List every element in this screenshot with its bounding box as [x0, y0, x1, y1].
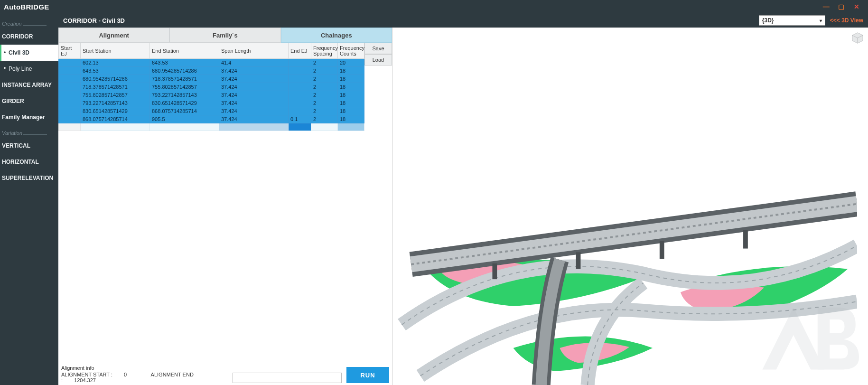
cell-start-station[interactable]: 718.378571428571: [81, 83, 150, 91]
tab-familys[interactable]: Family´s: [169, 28, 280, 43]
maximize-button[interactable]: ▢: [834, 1, 849, 12]
tab-alignment[interactable]: Alignment: [58, 28, 169, 43]
cell-start-station[interactable]: 793.227142857143: [81, 99, 150, 107]
cell-end-ej[interactable]: [289, 107, 311, 115]
sidebar-item-family-manager[interactable]: Family Manager: [0, 109, 58, 125]
tab-chainages[interactable]: Chainages: [281, 28, 392, 43]
cell-span-length[interactable]: 37.424: [219, 91, 289, 99]
cell-span-length[interactable]: 37.424: [219, 83, 289, 91]
cell-span-length[interactable]: 37.424: [219, 99, 289, 107]
cell-start-station[interactable]: 755.802857142857: [81, 91, 150, 99]
cell-freq-counts[interactable]: 18: [338, 99, 364, 107]
cell-end-station[interactable]: 868.075714285714: [150, 107, 219, 115]
cell-start-ej[interactable]: [59, 83, 81, 91]
close-button[interactable]: ✕: [849, 1, 864, 12]
col-start-ej[interactable]: Start EJ: [59, 43, 81, 59]
cell-start-ej[interactable]: [59, 99, 81, 107]
sidebar-item-horizontal[interactable]: HORIZONTAL: [0, 154, 58, 170]
cell-end-ej[interactable]: [289, 75, 311, 83]
cell-start-station[interactable]: 868.075714285714: [81, 115, 150, 123]
cell-span-length[interactable]: 41.4: [219, 59, 289, 67]
cell-end-station[interactable]: 793.227142857143: [150, 91, 219, 99]
save-button[interactable]: Save: [364, 43, 392, 54]
cell-end-ej[interactable]: 0.1: [289, 115, 311, 123]
view-select-dropdown[interactable]: {3D} ▾: [759, 15, 825, 26]
table-row[interactable]: 868.075714285714905.537.4240.1218: [59, 115, 364, 123]
sidebar-item-girder[interactable]: GIRDER: [0, 93, 58, 109]
cell-end-ej[interactable]: [289, 91, 311, 99]
cell-freq-spacing[interactable]: 2: [311, 115, 338, 123]
cell-end-station[interactable]: 755.802857142857: [150, 83, 219, 91]
cell-start-ej[interactable]: [59, 59, 81, 67]
cell-start-ej[interactable]: [59, 75, 81, 83]
sidebar: Creation CORRIDOR Civil 3D Poly Line INS…: [0, 13, 58, 385]
cell-end-station[interactable]: 643.53: [150, 59, 219, 67]
cell-freq-counts[interactable]: 18: [338, 83, 364, 91]
cell-start-ej[interactable]: [59, 67, 81, 75]
cell-start-station[interactable]: 830.651428571429: [81, 107, 150, 115]
cell-end-ej[interactable]: [289, 99, 311, 107]
cell-start-ej[interactable]: [59, 115, 81, 123]
cell-end-station[interactable]: 680.954285714286: [150, 67, 219, 75]
cell-span-length[interactable]: 37.424: [219, 115, 289, 123]
sidebar-item-civil3d[interactable]: Civil 3D: [0, 45, 58, 61]
cell-freq-counts[interactable]: 18: [338, 107, 364, 115]
cell-freq-counts[interactable]: 18: [338, 67, 364, 75]
cell-freq-counts[interactable]: 18: [338, 75, 364, 83]
table-row[interactable]: 830.651428571429868.07571428571437.42421…: [59, 107, 364, 115]
sidebar-item-corridor[interactable]: CORRIDOR: [0, 28, 58, 45]
cell-freq-spacing[interactable]: 2: [311, 67, 338, 75]
cell-span-length[interactable]: 37.424: [219, 67, 289, 75]
cell-span-length[interactable]: 37.424: [219, 75, 289, 83]
cell-start-station[interactable]: 680.954285714286: [81, 75, 150, 83]
col-start-station[interactable]: Start Station: [81, 43, 150, 59]
cell-end-station[interactable]: 718.378571428571: [150, 75, 219, 83]
sidebar-section-variation: Variation: [0, 125, 58, 138]
sidebar-item-polyline[interactable]: Poly Line: [0, 61, 58, 77]
cell-end-ej[interactable]: [289, 67, 311, 75]
table-row[interactable]: 643.53680.95428571428637.424218: [59, 67, 364, 75]
table-row[interactable]: 718.378571428571755.80285714285737.42421…: [59, 83, 364, 91]
cell-freq-spacing[interactable]: 2: [311, 59, 338, 67]
autobridge-logo-watermark: [755, 300, 859, 378]
table-row[interactable]: 755.802857142857793.22714285714337.42421…: [59, 91, 364, 99]
col-span-length[interactable]: Span Length: [219, 43, 289, 59]
cell-freq-counts[interactable]: 18: [338, 91, 364, 99]
view-cube-icon[interactable]: [851, 31, 864, 45]
table-row[interactable]: 602.13643.5341.4220: [59, 59, 364, 67]
cell-start-ej[interactable]: [59, 91, 81, 99]
sidebar-item-instance-array[interactable]: INSTANCE ARRAY: [0, 77, 58, 93]
cell-freq-spacing[interactable]: 2: [311, 91, 338, 99]
cell-span-length[interactable]: 37.424: [219, 107, 289, 115]
cell-end-ej[interactable]: [289, 83, 311, 91]
cell-end-station[interactable]: 905.5: [150, 115, 219, 123]
cell-freq-spacing[interactable]: 2: [311, 83, 338, 91]
cell-start-station[interactable]: 643.53: [81, 67, 150, 75]
table-row[interactable]: 680.954285714286718.37857142857137.42421…: [59, 75, 364, 83]
minimize-button[interactable]: —: [819, 1, 834, 12]
alignment-info: Alignment info ALIGNMENT START :0 ALIGNM…: [61, 365, 228, 383]
cell-freq-spacing[interactable]: 2: [311, 99, 338, 107]
table-panel: Alignment Family´s Chainages Start EJ: [58, 28, 392, 385]
load-button[interactable]: Load: [364, 54, 392, 66]
cell-freq-spacing[interactable]: 2: [311, 107, 338, 115]
col-freq-counts[interactable]: Frequency Counts: [338, 43, 364, 59]
chainages-table[interactable]: Start EJ Start Station End Station Span …: [58, 43, 364, 131]
cell-freq-counts[interactable]: 18: [338, 115, 364, 123]
cell-start-station[interactable]: 602.13: [81, 59, 150, 67]
cell-freq-counts[interactable]: 20: [338, 59, 364, 67]
sidebar-item-superelevation[interactable]: SUPERELEVATION: [0, 170, 58, 186]
table-row-empty[interactable]: [59, 123, 364, 131]
run-button[interactable]: RUN: [346, 367, 389, 383]
table-row[interactable]: 793.227142857143830.65142857142937.42421…: [59, 99, 364, 107]
sidebar-item-vertical[interactable]: VERTICAL: [0, 138, 58, 154]
cell-freq-spacing[interactable]: 2: [311, 75, 338, 83]
open-3d-view-link[interactable]: <<< 3D View: [830, 17, 863, 24]
cell-start-ej[interactable]: [59, 107, 81, 115]
col-end-ej[interactable]: End EJ: [289, 43, 311, 59]
col-end-station[interactable]: End Station: [150, 43, 219, 59]
cell-end-station[interactable]: 830.651428571429: [150, 99, 219, 107]
col-freq-spacing[interactable]: Frequency Spacing: [311, 43, 338, 59]
cell-end-ej[interactable]: [289, 59, 311, 67]
3d-viewport[interactable]: [392, 28, 868, 385]
